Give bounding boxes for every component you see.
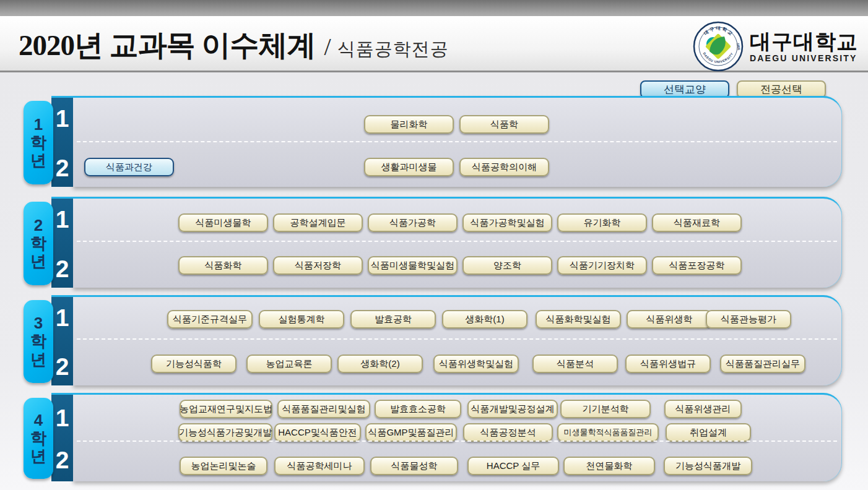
university-logo: 대 구 대 학 교 DAEGU UNIVERSITY 1956 대구대학교 DA…: [693, 21, 858, 72]
semester-1-label: 1: [51, 206, 73, 233]
course-button[interactable]: 식품위생관리: [664, 400, 742, 418]
course-button[interactable]: 생화학(2): [337, 355, 423, 373]
university-name-block: 대구대학교 DAEGU UNIVERSITY: [750, 31, 858, 62]
course-button[interactable]: 식품화학: [178, 256, 268, 275]
page-title: 2020년 교과목 이수체계: [19, 29, 316, 61]
year-4-tab-char: 학: [30, 429, 46, 447]
course-button[interactable]: 기기분석학: [560, 400, 651, 418]
course-button[interactable]: 취업설계: [666, 423, 751, 442]
year-1-tab-char: 년: [30, 152, 46, 170]
semester-divider: [77, 241, 837, 242]
year-4-panel: 농업교재연구및지도법식품품질관리및실험발효효소공학식품개발및공정설계기기분석학식…: [73, 393, 842, 481]
year-1-section: 물리화학식품학식품과건강생활과미생물식품공학의이해121학년: [0, 96, 868, 187]
course-button[interactable]: 식품분석: [532, 355, 618, 373]
year-1-semester-column: 12: [51, 96, 73, 187]
semester-divider: [77, 338, 837, 340]
year-4-tab-char: 년: [30, 447, 46, 465]
year-1-tab-char: 1: [34, 116, 43, 134]
course-button[interactable]: 기능성식품개발: [664, 457, 752, 475]
course-button[interactable]: 식품미생물학및실험: [368, 256, 458, 275]
course-button[interactable]: 식품학: [459, 115, 549, 134]
course-button[interactable]: 유기화학: [557, 213, 647, 232]
course-button[interactable]: 농업교재연구및지도법: [180, 400, 272, 418]
course-button[interactable]: 식품관능평가: [706, 310, 791, 329]
course-button[interactable]: 식품공정분석: [463, 423, 553, 442]
year-2-panel: 식품미생물학공학설계입문식품가공학식품가공학및실험유기화학식품재료학식품화학식품…: [73, 197, 842, 288]
course-button[interactable]: 식품공학세미나: [274, 457, 365, 475]
semester-1-label: 1: [51, 405, 73, 432]
course-button[interactable]: 생활과미생물: [364, 158, 454, 176]
course-button[interactable]: 식품개발및공정설계: [467, 400, 558, 418]
year-2-tab-char: 2: [34, 217, 43, 234]
course-button[interactable]: 식품위생학및실험: [433, 355, 519, 373]
course-button[interactable]: 식품저장학: [273, 256, 363, 275]
semester-2-label: 2: [51, 155, 73, 182]
course-button[interactable]: 식품GMP및품질관리: [365, 423, 457, 442]
course-button[interactable]: 식품재료학: [652, 213, 742, 232]
course-button[interactable]: HACCP및식품안전: [274, 423, 361, 442]
semester-2-label: 2: [51, 256, 73, 283]
course-button[interactable]: 식품품질관리및실험: [277, 400, 370, 418]
university-name-en: DAEGU UNIVERSITY: [750, 54, 858, 62]
year-2-tab-char: 학: [30, 234, 46, 252]
course-button[interactable]: 식품공학의이해: [459, 158, 549, 176]
year-3-semester-column: 12: [51, 295, 73, 385]
semester-divider: [77, 141, 837, 142]
slide-header: 2020년 교과목 이수체계/식품공학전공 대 구 대 학 교 DAEGU UN…: [0, 16, 868, 72]
year-2-section: 식품미생물학공학설계입문식품가공학식품가공학및실험유기화학식품재료학식품화학식품…: [0, 197, 868, 288]
year-1-tab: 1학년: [24, 101, 53, 184]
curriculum-canvas: 선택교양 전공선택 물리화학식품학식품과건강생활과미생물식품공학의이해121학년…: [0, 72, 868, 490]
year-3-tab: 3학년: [24, 300, 53, 383]
year-4-tab: 4학년: [24, 398, 53, 479]
course-button[interactable]: HACCP 실무: [467, 457, 559, 475]
year-4-semester-column: 12: [51, 393, 73, 481]
course-button[interactable]: 생화학(1): [442, 310, 527, 329]
year-4-tab-char: 4: [34, 411, 43, 429]
course-button[interactable]: 식품품질관리실무: [720, 355, 805, 373]
course-button[interactable]: 발효효소공학: [375, 400, 461, 418]
semester-divider: [77, 441, 837, 442]
year-3-tab-char: 학: [30, 332, 46, 350]
course-button[interactable]: 식품가공학및실험: [462, 213, 552, 232]
course-button[interactable]: 식품기준규격실무: [167, 310, 253, 329]
course-button[interactable]: 식품물성학: [370, 457, 458, 475]
year-2-semester-column: 12: [51, 197, 73, 288]
course-button[interactable]: 기능성식품가공및개발: [178, 423, 272, 442]
year-3-tab-char: 년: [30, 351, 46, 369]
course-button[interactable]: 식품화학및실험: [536, 310, 621, 329]
year-3-tab-char: 3: [34, 314, 43, 332]
course-button[interactable]: 농업논리및논술: [180, 457, 267, 475]
course-button[interactable]: 식품미생물학: [178, 213, 268, 232]
course-button[interactable]: 식품과건강: [84, 158, 174, 176]
course-button[interactable]: 천연물화학: [563, 457, 655, 475]
course-button[interactable]: 공학설계입문: [273, 213, 363, 232]
course-button[interactable]: 식품가공학: [368, 213, 458, 232]
year-2-tab-char: 년: [30, 252, 46, 270]
year-3-section: 식품기준규격실무실험통계학발효공학생화학(1)식품화학및실험식품위생학식품관능평…: [0, 295, 868, 385]
course-button[interactable]: 식품기기장치학: [557, 256, 647, 275]
semester-2-label: 2: [51, 353, 73, 380]
year-2-tab: 2학년: [24, 202, 53, 285]
course-button[interactable]: 미생물학적식품품질관리: [557, 423, 659, 442]
university-seal-icon: 대 구 대 학 교 DAEGU UNIVERSITY 1956: [693, 21, 744, 72]
course-button[interactable]: 식품포장공학: [652, 256, 742, 275]
semester-1-label: 1: [51, 105, 73, 132]
title-block: 2020년 교과목 이수체계/식품공학전공: [19, 26, 449, 65]
top-gradient-bar: [0, 0, 868, 16]
year-3-panel: 식품기준규격실무실험통계학발효공학생화학(1)식품화학및실험식품위생학식품관능평…: [73, 295, 842, 385]
page-subtitle: 식품공학전공: [337, 39, 449, 59]
university-name-kr: 대구대학교: [750, 31, 858, 52]
year-4-section: 농업교재연구및지도법식품품질관리및실험발효효소공학식품개발및공정설계기기분석학식…: [0, 393, 868, 481]
course-button[interactable]: 식품위생학: [627, 310, 712, 329]
course-button[interactable]: 기능성식품학: [151, 355, 237, 373]
course-button[interactable]: 농업교육론: [246, 355, 332, 373]
course-button[interactable]: 식품위생법규: [625, 355, 711, 373]
year-1-tab-char: 학: [30, 134, 46, 152]
title-separator: /: [324, 33, 331, 61]
course-button[interactable]: 물리화학: [364, 115, 454, 134]
semester-1-label: 1: [51, 304, 73, 332]
semester-2-label: 2: [51, 447, 73, 474]
course-button[interactable]: 양조학: [462, 256, 552, 275]
course-button[interactable]: 발효공학: [350, 310, 436, 329]
course-button[interactable]: 실험통계학: [259, 310, 344, 329]
